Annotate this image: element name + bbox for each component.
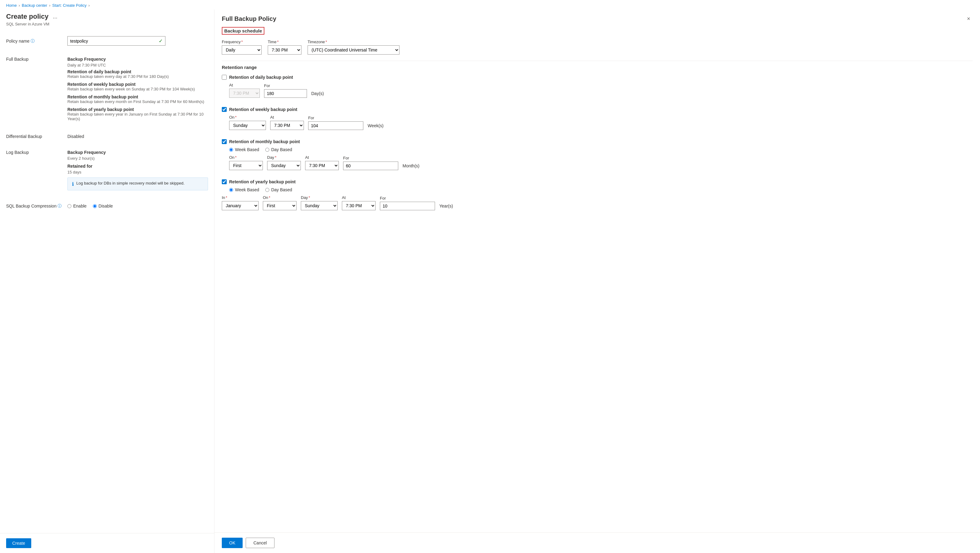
weekly-at-group: At 7:30 PM [270,115,304,130]
right-header: Full Backup Policy × [215,10,980,27]
policy-name-input[interactable] [70,38,153,43]
yearly-retention-fields: In * January February March April May Ju… [222,195,973,210]
monthly-day-label: Day * [267,155,301,160]
policy-name-label: Policy name ⓘ [6,38,67,44]
yearly-retention-checkbox[interactable] [222,179,227,184]
cancel-button[interactable]: Cancel [246,538,275,548]
weekly-retention-section-label: Retention of weekly backup point [229,107,297,112]
yearly-for-input[interactable] [380,202,435,210]
yearly-day-based-radio[interactable] [265,188,269,192]
full-backup-details: Backup Frequency Daily at 7:30 PM UTC Re… [67,57,208,124]
monthly-week-based-radio[interactable] [229,148,233,152]
yearly-retention-desc: Retain backup taken every year in Januar… [67,112,208,121]
weekly-retention-checkbox[interactable] [222,107,227,112]
log-backup-details: Backup Frequency Every 2 hour(s) Retaine… [67,150,208,193]
yearly-at-label: At [342,195,375,200]
retention-range-title: Retention range [222,65,973,70]
create-button[interactable]: Create [6,538,31,548]
yearly-day-select[interactable]: Sunday Monday Tuesday [301,201,337,210]
compression-enable-label[interactable]: Enable [67,204,87,209]
monthly-on-select[interactable]: First Second Third Fourth Last [229,161,263,170]
daily-retention-title: Retention of daily backup point [67,69,208,74]
frequency-label: Frequency * [222,40,262,44]
timezone-select[interactable]: (UTC) Coordinated Universal Time [307,45,399,54]
weekly-at-select[interactable]: 7:30 PM [270,121,304,130]
yearly-day-based-label[interactable]: Day Based [265,187,292,192]
breadcrumb-home[interactable]: Home [6,3,17,8]
monthly-at-select[interactable]: 7:30 PM [305,161,339,170]
daily-at-label: At [229,83,260,88]
monthly-for-input[interactable] [343,161,398,170]
yearly-in-select[interactable]: January February March April May June Ju… [222,201,259,210]
compression-label: SQL Backup Compression ⓘ [6,203,67,209]
retention-block: Retention of daily backup point Retain b… [67,69,208,121]
yearly-on-select[interactable]: First Second Third Fourth Last [263,201,296,210]
yearly-retention-section-label: Retention of yearly backup point [229,179,296,184]
log-info-box: ℹ Log backup for DBs in simple recovery … [67,177,208,190]
yearly-at-select[interactable]: 7:30 PM [342,201,375,210]
yearly-for-group: For [380,196,435,210]
log-frequency-label: Backup Frequency [67,150,208,155]
yearly-for-label: For [380,196,435,201]
page-title: Create policy [6,13,48,21]
differential-backup-label: Differential Backup [6,134,67,139]
weekly-on-label: On * [229,115,266,120]
compression-row: SQL Backup Compression ⓘ Enable Disable [0,198,214,214]
monthly-day-select[interactable]: Sunday Monday Tuesday [267,161,301,170]
yearly-week-based-radio[interactable] [229,188,233,192]
yearly-retention-checkbox-row: Retention of yearly backup point [222,179,973,184]
daily-retention-checkbox[interactable] [222,75,227,80]
yearly-unit: Year(s) [439,204,453,209]
daily-for-label: For [264,83,307,88]
ok-button[interactable]: OK [222,538,243,548]
monthly-day-based-label[interactable]: Day Based [265,147,292,152]
left-panel: Create policy ... SQL Server in Azure VM… [0,10,215,553]
frequency-select[interactable]: Daily Weekly [222,45,262,54]
log-retained-label: Retained for [67,164,208,169]
compression-info-icon[interactable]: ⓘ [57,203,62,209]
compression-value: Enable Disable [67,204,208,209]
daily-for-group: For [264,83,307,98]
weekly-on-select[interactable]: Sunday Monday Tuesday Wednesday Thursday… [229,121,266,130]
weekly-for-label: For [308,116,363,120]
weekly-retention-fields: On * Sunday Monday Tuesday Wednesday Thu… [222,115,973,130]
divider-1 [222,61,973,61]
monthly-week-based-label[interactable]: Week Based [229,147,259,152]
close-button[interactable]: × [964,14,973,23]
ellipsis-button[interactable]: ... [51,13,59,21]
breadcrumb-backup-center[interactable]: Backup center [22,3,47,8]
monthly-day-based-radio[interactable] [265,148,269,152]
monthly-retention-checkbox[interactable] [222,139,227,144]
yearly-on-label: On * [263,195,296,200]
compression-disable-radio[interactable] [93,204,97,208]
compression-enable-radio[interactable] [67,204,72,208]
compression-disable-label[interactable]: Disable [93,204,113,209]
daily-for-input[interactable] [264,89,307,98]
yearly-week-based-label[interactable]: Week Based [229,187,259,192]
differential-backup-row: Differential Backup Disabled [0,129,214,144]
log-backup-row: Log Backup Backup Frequency Every 2 hour… [0,144,214,198]
backup-schedule-header: Backup schedule [222,27,264,35]
monthly-radio-group: Week Based Day Based [222,147,973,152]
monthly-retention-section-label: Retention of monthly backup point [229,139,300,144]
full-backup-row: Full Backup Backup Frequency Daily at 7:… [0,51,214,129]
daily-retention-item: Retention of daily backup point Retain b… [67,69,208,79]
daily-retention-fields: At 7:30 PM For Day(s) [222,83,973,98]
weekly-retention-title: Retention of weekly backup point [67,82,208,87]
yearly-radio-group: Week Based Day Based [222,187,973,192]
daily-at-select[interactable]: 7:30 PM [229,89,260,98]
daily-retention-section-label: Retention of daily backup point [229,75,293,80]
weekly-unit: Week(s) [368,123,383,128]
timezone-label: Timezone * [307,40,399,44]
yearly-in-group: In * January February March April May Ju… [222,195,259,210]
frequency-field-group: Frequency * Daily Weekly [222,40,262,54]
daily-at-group: At 7:30 PM [229,83,260,98]
timezone-field-group: Timezone * (UTC) Coordinated Universal T… [307,40,399,54]
monthly-retention-checkbox-row: Retention of monthly backup point [222,139,973,144]
weekly-at-label: At [270,115,304,120]
policy-name-info-icon[interactable]: ⓘ [31,38,35,44]
daily-retention-checkbox-row: Retention of daily backup point [222,75,973,80]
weekly-for-input[interactable] [308,121,363,130]
time-select[interactable]: 7:30 PM 8:00 AM [268,45,301,54]
breadcrumb-current[interactable]: Start: Create Policy [52,3,86,8]
